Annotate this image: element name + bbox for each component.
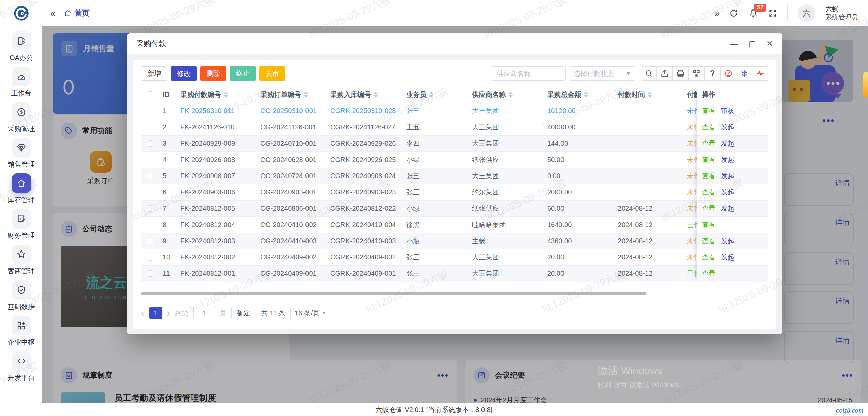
notifications-button[interactable]: 57 [749,8,758,18]
view-link[interactable]: 查看 [702,106,715,116]
expand-tabs-icon[interactable]: » [715,8,719,19]
row-checkbox[interactable] [147,270,153,277]
sidebar-collapse-button[interactable]: « [50,7,54,19]
user-info[interactable]: 六蚁 系统管理员 [826,5,858,21]
export-icon[interactable] [657,66,673,81]
row-checkbox[interactable] [147,108,153,114]
column-header-fk[interactable]: 采购付款编号 [176,90,256,99]
column-header-sales[interactable]: 业务员 [402,90,468,99]
workbench-icon [12,67,31,86]
select-all-checkbox[interactable] [147,91,153,98]
sort-icon[interactable] [648,92,652,98]
cell-fk[interactable]: FK-20250310-011 [176,107,256,115]
cell-time: 2024-08-12 [614,270,683,277]
prev-page-button[interactable]: ‹ [141,308,144,318]
column-header-rk[interactable]: 采购入库编号 [326,90,402,99]
row-checkbox[interactable] [147,157,153,163]
toolbar-button-5[interactable]: 去审 [259,66,285,81]
view-link[interactable]: 查看 [702,253,715,262]
column-header-amt[interactable]: 采购总金额 [543,90,614,99]
next-page-button[interactable]: › [167,308,170,318]
action-row-7: 查看发起 [697,201,768,217]
floating-widget[interactable] [863,72,868,97]
sidebar-item-2[interactable]: 工作台 [11,67,32,98]
freeze-icon[interactable]: ❄ [736,66,752,81]
view-link[interactable]: 查看 [702,204,715,213]
fullscreen-icon[interactable] [768,9,777,18]
view-link[interactable]: 查看 [702,171,715,181]
help-icon[interactable]: ? [705,66,721,81]
audit-link[interactable]: 审核 [721,106,734,116]
row-checkbox[interactable] [147,140,153,147]
initiate-link[interactable]: 发起 [721,155,734,164]
sort-icon[interactable] [304,92,308,98]
row-checkbox[interactable] [147,189,153,195]
sidebar-item-7[interactable]: 客商管理 [8,245,35,276]
sidebar-item-6[interactable]: ? 财务管理 [8,209,35,240]
view-link[interactable]: 查看 [702,188,715,197]
cell-rk[interactable]: CGRK-20250310-028 [326,107,402,115]
goto-page-input[interactable] [193,307,215,319]
site-link[interactable]: cojz8.com [836,407,863,414]
initiate-link[interactable]: 发起 [721,139,734,148]
breadcrumb[interactable]: 首页 [64,8,90,18]
confirm-page-button[interactable]: 确定 [231,307,256,319]
view-link[interactable]: 查看 [702,139,715,148]
layout-icon[interactable] [689,66,705,81]
sidebar-item-1[interactable]: OA办公 [9,31,33,62]
view-link[interactable]: 查看 [702,236,715,246]
pulse-icon[interactable] [752,66,768,81]
initiate-link[interactable]: 发起 [721,253,734,262]
monitor-icon[interactable] [721,66,736,81]
initiate-link[interactable]: 发起 [721,204,734,213]
supplier-name-input[interactable] [492,66,566,81]
toolbar-button-2[interactable]: 修改 [171,66,197,81]
cell-cg: CG-20240724-001 [256,172,326,180]
print-icon[interactable] [673,66,689,81]
initiate-link[interactable]: 发起 [721,188,734,197]
minimize-button[interactable]: — [730,40,738,48]
column-header-time[interactable]: 付款时间 [614,90,683,99]
sort-icon[interactable] [509,92,513,98]
row-checkbox[interactable] [147,254,153,261]
column-header-cg[interactable]: 采购订单编号 [256,90,326,99]
row-checkbox[interactable] [147,238,153,244]
refresh-icon[interactable] [729,8,738,18]
sort-icon[interactable] [584,92,588,98]
view-link[interactable]: 查看 [702,220,715,229]
cell-cg: CG-20240903-001 [256,188,326,196]
maximize-button[interactable]: ▢ [748,40,756,48]
row-checkbox[interactable] [147,124,153,130]
cell-cg[interactable]: CG-20250310-001 [256,107,326,115]
toolbar-button-4[interactable]: 终止 [230,66,256,81]
current-page-button[interactable]: 1 [149,307,162,319]
toolbar-button-3[interactable]: 删除 [200,66,226,81]
cell-amt: 1640.00 [543,221,614,229]
avatar[interactable]: 六 [798,4,815,22]
initiate-link[interactable]: 发起 [721,123,734,132]
sidebar-item-10[interactable]: 开发平台 [8,351,35,382]
sort-icon[interactable] [429,92,433,98]
sidebar-item-4[interactable]: 销售管理 [8,138,35,169]
sidebar-item-3[interactable]: $ 采购管理 [8,102,35,133]
payment-status-select[interactable]: 选择付款状态 ▼ [569,66,635,81]
row-checkbox[interactable] [147,222,153,228]
sidebar-item-9[interactable]: 企业中枢 [8,316,35,347]
row-checkbox[interactable] [147,173,153,179]
initiate-link[interactable]: 发起 [721,236,734,246]
column-header-sup[interactable]: 供应商名称 [468,90,543,99]
sort-icon[interactable] [374,92,378,98]
horizontal-scrollbar[interactable] [141,292,646,295]
sort-icon[interactable] [224,92,228,98]
close-button[interactable]: ✕ [766,40,773,48]
row-checkbox[interactable] [147,205,153,212]
toolbar-button-1[interactable]: 新增 [141,66,167,81]
view-link[interactable]: 查看 [702,155,715,164]
view-link[interactable]: 查看 [702,123,715,132]
sidebar-item-8[interactable]: 基础数据 [8,280,35,311]
view-link[interactable]: 查看 [702,269,715,278]
page-size-select[interactable]: 16 条/页 ▾ [290,307,330,319]
search-icon[interactable] [641,66,657,81]
sidebar-item-5[interactable]: 库存管理 [8,173,35,205]
initiate-link[interactable]: 发起 [721,171,734,181]
